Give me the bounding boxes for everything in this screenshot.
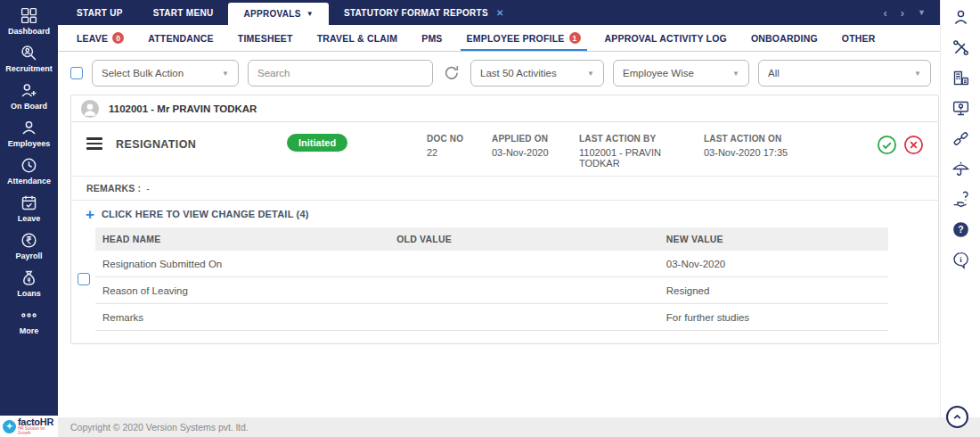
- chevron-down-icon: ▼: [587, 70, 594, 78]
- approve-icon[interactable]: [877, 135, 897, 155]
- chevron-right-icon[interactable]: ›: [901, 6, 904, 20]
- chevron-down-icon[interactable]: ▼: [306, 10, 314, 18]
- tab-label: LEAVE: [77, 33, 108, 44]
- table-row: Remarks For further studies: [95, 304, 888, 331]
- sidebar-item-payroll[interactable]: Payroll: [0, 231, 58, 260]
- svg-text:i: i: [960, 255, 962, 264]
- sidebar-item-label: More: [20, 326, 39, 335]
- link-integration-icon[interactable]: [951, 129, 970, 148]
- tab-label: TIMESHEET: [238, 33, 293, 44]
- new-value-cell: Resigned: [666, 285, 888, 296]
- top-nav-bar: START UP START MENU APPROVALS ▼ STATUTOR…: [58, 0, 940, 25]
- status-filter-value: All: [768, 68, 780, 78]
- top-tab-label: START UP: [77, 8, 123, 18]
- top-tab-start-up[interactable]: START UP: [61, 0, 138, 25]
- search-input[interactable]: [248, 60, 433, 87]
- leave-count-badge: 0: [112, 32, 124, 44]
- view-mode-select[interactable]: Employee Wise ▼: [613, 60, 749, 87]
- sidebar-item-label: Leave: [18, 214, 41, 223]
- tab-pms[interactable]: PMS: [421, 25, 442, 51]
- onboard-icon: [20, 81, 38, 100]
- sidebar-item-label: Dashboard: [8, 27, 50, 36]
- status-filter-select[interactable]: All ▼: [758, 60, 931, 87]
- top-tab-label: APPROVALS: [243, 9, 300, 19]
- footer-bar: Copyright © 2020 Version Systems pvt. lt…: [58, 417, 980, 437]
- select-all-checkbox[interactable]: [70, 67, 83, 79]
- sidebar-item-more[interactable]: More: [0, 306, 58, 335]
- statutory-calculator-icon[interactable]: [951, 69, 970, 87]
- approval-actions: [877, 135, 924, 155]
- top-tab-approvals[interactable]: APPROVALS ▼: [228, 3, 328, 25]
- sidebar-item-loans[interactable]: Loans: [0, 268, 58, 298]
- scroll-to-top-button[interactable]: [946, 406, 968, 428]
- top-tab-statutory-format-reports[interactable]: STATUTORY FORMAT REPORTS ✕: [329, 0, 519, 25]
- row-checkbox[interactable]: [78, 273, 90, 285]
- tab-label: EMPLOYEE PROFILE: [467, 33, 565, 44]
- tab-label: APPROVAL ACTIVITY LOG: [605, 33, 727, 44]
- field-value: 22: [427, 147, 463, 158]
- reject-icon[interactable]: [903, 135, 924, 155]
- recruitment-icon: [20, 44, 38, 62]
- brand-logo: ✦ factoHR HR Solution for Growth: [0, 416, 58, 437]
- sidebar-item-attendance[interactable]: Attendance: [0, 156, 58, 186]
- tab-approval-activity-log[interactable]: APPROVAL ACTIVITY LOG: [605, 25, 727, 51]
- support-hand-icon[interactable]: [951, 190, 970, 209]
- change-detail-toggle[interactable]: + CLICK HERE TO VIEW CHANGE DETAIL (4): [71, 200, 938, 227]
- bulk-action-select[interactable]: Select Bulk Action ▼: [92, 60, 239, 87]
- svg-text:?: ?: [958, 224, 963, 235]
- logo-tagline: HR Solution for Growth: [18, 427, 58, 435]
- sidebar-item-label: Payroll: [15, 251, 42, 260]
- menu-icon[interactable]: [86, 137, 102, 153]
- chevron-down-icon: ▼: [222, 70, 229, 78]
- tab-onboarding[interactable]: ONBOARDING: [751, 25, 818, 51]
- leave-calendar-icon: [20, 194, 38, 212]
- new-value-cell: 03-Nov-2020: [666, 259, 888, 269]
- activities-select[interactable]: Last 50 Activities ▼: [470, 60, 604, 87]
- sidebar-item-onboard[interactable]: On Board: [0, 81, 58, 111]
- app-window: Dashboard Recruitment On Board Employees…: [0, 0, 980, 437]
- tab-other[interactable]: OTHER: [842, 25, 876, 51]
- last-action-on-field: LAST ACTION ON 03-Nov-2020 17:35: [704, 134, 788, 158]
- head-name-cell: Reason of Leaving: [95, 285, 396, 296]
- right-icon-rail: ? i: [940, 0, 980, 437]
- help-circle-icon[interactable]: ?: [951, 220, 970, 239]
- tools-icon[interactable]: [951, 38, 970, 57]
- tab-label: TRAVEL & CLAIM: [317, 33, 398, 44]
- presentation-monitor-icon[interactable]: [951, 99, 970, 118]
- activities-value: Last 50 Activities: [480, 68, 557, 78]
- top-tab-start-menu[interactable]: START MENU: [138, 0, 229, 25]
- tab-timesheet[interactable]: TIMESHEET: [238, 25, 293, 51]
- copyright-text: Copyright © 2020 Version Systems pvt. lt…: [70, 422, 249, 433]
- tab-travel-claim[interactable]: TRAVEL & CLAIM: [317, 25, 398, 51]
- refresh-icon[interactable]: [442, 63, 461, 83]
- tab-leave[interactable]: LEAVE 0: [77, 25, 124, 51]
- sidebar-item-label: Attendance: [7, 177, 51, 186]
- chevron-left-icon[interactable]: ‹: [883, 6, 886, 20]
- tab-attendance[interactable]: ATTENDANCE: [148, 25, 214, 51]
- umbrella-insurance-icon[interactable]: [951, 160, 970, 178]
- doc-no-field: DOC NO 22: [427, 134, 463, 158]
- view-mode-value: Employee Wise: [623, 68, 694, 78]
- last-action-by-field: LAST ACTION BY 1102001 - PRAVIN TODKAR: [579, 134, 684, 169]
- info-bubble-icon[interactable]: i: [951, 251, 970, 269]
- sidebar-item-label: Loans: [17, 289, 41, 298]
- user-icon[interactable]: [951, 8, 970, 27]
- sidebar-item-label: On Board: [11, 102, 47, 111]
- dashboard-icon: [20, 6, 38, 25]
- main-content: Select Bulk Action ▼ Last 50 Activities …: [58, 52, 940, 417]
- remarks-value: -: [146, 183, 150, 194]
- employee-header-row[interactable]: 1102001 - Mr PRAVIN TODKAR: [70, 95, 939, 122]
- sidebar-item-leave[interactable]: Leave: [0, 194, 58, 223]
- close-tab-icon[interactable]: ✕: [496, 8, 504, 18]
- avatar: [80, 99, 100, 119]
- tab-employee-profile[interactable]: EMPLOYEE PROFILE 1: [467, 25, 581, 51]
- sidebar-item-dashboard[interactable]: Dashboard: [0, 6, 58, 36]
- sidebar-item-employees[interactable]: Employees: [0, 119, 58, 148]
- approval-type: RESIGNATION: [116, 138, 196, 151]
- chevron-down-icon[interactable]: ▼: [918, 8, 926, 17]
- approvals-sub-tabs: LEAVE 0 ATTENDANCE TIMESHEET TRAVEL & CL…: [58, 25, 940, 52]
- sidebar-item-recruitment[interactable]: Recruitment: [0, 44, 58, 73]
- tab-label: PMS: [421, 33, 442, 44]
- payroll-rupee-icon: [20, 231, 38, 250]
- tab-label: ATTENDANCE: [148, 33, 214, 44]
